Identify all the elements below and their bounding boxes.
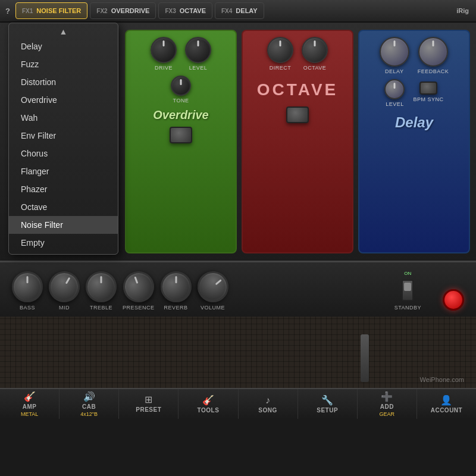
- dropdown-item-noise-filter[interactable]: Noise Filter: [9, 216, 118, 234]
- fx-bar: ? FX1 NOISE FILTER FX2 OVERDRIVE FX3 OCT…: [0, 0, 476, 23]
- bass-knob[interactable]: [12, 271, 43, 302]
- nav-tools[interactable]: 🎸 ToOLS: [178, 389, 238, 419]
- reverb-knob[interactable]: [161, 271, 192, 302]
- level-label: LEVEL: [189, 65, 208, 71]
- nav-song[interactable]: ♪ SONG: [239, 389, 298, 419]
- fx-slot-2[interactable]: FX2 OVERDRIVE: [90, 2, 156, 19]
- standby-toggle[interactable]: [402, 280, 414, 301]
- fx2-label: FX2: [96, 8, 107, 14]
- nav-cab[interactable]: 🔊 CAB 4x12"B: [60, 389, 119, 419]
- direct-label: DIRECT: [270, 65, 292, 71]
- direct-knob[interactable]: [267, 37, 293, 63]
- power-group: [443, 289, 464, 311]
- tone-knob-group: TONE: [171, 76, 191, 104]
- delay-level-group: LEVEL: [384, 79, 405, 107]
- fx4-name: DELAY: [236, 7, 257, 14]
- fx2-name: OVERDRIVE: [111, 7, 150, 14]
- dropdown-item-empty[interactable]: Empty: [9, 234, 118, 252]
- nav-preset[interactable]: ⊞ PRESET: [119, 389, 178, 419]
- dropdown-item-delay[interactable]: Delay: [9, 37, 118, 55]
- dropdown-item-wah[interactable]: Wah: [9, 109, 118, 127]
- fx1-label: FX1: [22, 8, 33, 14]
- octave-footswitch[interactable]: [286, 107, 309, 123]
- standby-on-label: ON: [404, 271, 411, 276]
- dropdown-item-phazer[interactable]: Phazer: [9, 180, 118, 198]
- song-icon: ♪: [265, 395, 270, 406]
- help-button[interactable]: ?: [2, 7, 13, 15]
- fx-slot-3[interactable]: FX3 OCTAVE: [158, 2, 212, 19]
- delay-top-knobs: DELAY FEEDBACK: [380, 37, 449, 74]
- mic-stand: [361, 334, 369, 382]
- drive-knob-group: DRIVE: [151, 37, 177, 71]
- bass-label: BASS: [20, 305, 35, 311]
- treble-group: TREBLE: [86, 271, 117, 311]
- bpm-sync-label: BPM SYNC: [413, 96, 443, 102]
- preset-nav-label: PRESET: [136, 406, 161, 413]
- octave-knob-group: OCTAVE: [302, 37, 328, 71]
- fx3-label: FX3: [165, 8, 176, 14]
- fx-slot-4[interactable]: FX4 DELAY: [215, 2, 264, 19]
- fx-slot-1[interactable]: FX1 NOISE FILTER: [15, 2, 87, 19]
- feedback-knob[interactable]: [418, 37, 448, 67]
- volume-label: VOLUME: [201, 305, 225, 311]
- dropdown-item-flanger[interactable]: Flanger: [9, 162, 118, 180]
- octave-knob[interactable]: [302, 37, 328, 63]
- pedal-delay: DELAY FEEDBACK LEVEL BPM SYNC Delay: [358, 30, 470, 253]
- overdrive-name: Overdrive: [153, 108, 208, 122]
- dropdown-item-octave[interactable]: Octave: [9, 198, 118, 216]
- fx3-name: OCTAVE: [180, 7, 206, 14]
- drive-label: DRIVE: [155, 65, 173, 71]
- bass-group: BASS: [12, 271, 43, 311]
- feedback-knob-group: FEEDBACK: [418, 37, 449, 74]
- level-knob[interactable]: [185, 37, 211, 63]
- dropdown-item-env-filter[interactable]: Env Filter: [9, 127, 118, 145]
- drive-knob[interactable]: [151, 37, 177, 63]
- power-button[interactable]: [443, 289, 464, 311]
- bpm-sync-switch[interactable]: [419, 82, 437, 95]
- nav-amp[interactable]: 🎸 AMP METAL: [0, 389, 60, 419]
- presence-label: PRESENCE: [123, 305, 155, 311]
- level-knob-group: LEVEL: [185, 37, 211, 71]
- cab-area: WeiPhone.com: [0, 317, 476, 388]
- mid-group: MID: [49, 271, 80, 311]
- standby-label: STANDBY: [394, 305, 421, 311]
- overdrive-top-knobs: DRIVE LEVEL: [151, 37, 211, 71]
- reverb-label: REVERB: [164, 305, 188, 311]
- standby-group: ON STANDBY: [394, 271, 421, 311]
- setup-icon: 🔧: [321, 394, 333, 406]
- watermark: WeiPhone.com: [420, 376, 464, 383]
- octave-large-text: OCTAVE: [257, 80, 339, 99]
- tools-icon: 🎸: [202, 394, 214, 406]
- amp-section: BASS MID TREBLE PRESENCE REVERB VOLUME O…: [0, 261, 476, 317]
- dropdown-item-chorus[interactable]: Chorus: [9, 145, 118, 162]
- amp-icon: 🎸: [24, 391, 36, 402]
- account-nav-label: ACCOUNT: [431, 407, 463, 414]
- dropdown-item-overdrive[interactable]: Overdrive: [9, 91, 118, 109]
- direct-knob-group: DIRECT: [267, 37, 293, 71]
- overdrive-footswitch[interactable]: [170, 127, 192, 143]
- song-nav-label: SONG: [258, 407, 277, 414]
- account-icon: 👤: [440, 394, 452, 406]
- mid-knob[interactable]: [43, 265, 85, 308]
- dropdown-item-fuzz[interactable]: Fuzz: [9, 55, 118, 73]
- reverb-group: REVERB: [161, 271, 192, 311]
- delay-level-knob[interactable]: [384, 79, 405, 99]
- treble-knob[interactable]: [86, 271, 117, 302]
- mid-label: MID: [59, 305, 70, 311]
- fx4-label: FX4: [221, 8, 232, 14]
- cab-nav-sublabel: 4x12"B: [80, 411, 98, 417]
- presence-knob[interactable]: [118, 267, 158, 307]
- volume-knob[interactable]: [191, 265, 234, 308]
- preset-icon: ⊞: [145, 394, 152, 405]
- fx-dropdown[interactable]: ▲ Delay Fuzz Distortion Overdrive Wah En…: [8, 23, 118, 255]
- bottom-nav: 🎸 AMP METAL 🔊 CAB 4x12"B ⊞ PRESET 🎸 ToOL…: [0, 388, 476, 419]
- tone-knob[interactable]: [171, 76, 191, 96]
- nav-account[interactable]: 👤 ACCOUNT: [417, 389, 476, 419]
- dropdown-item-distortion[interactable]: Distortion: [9, 73, 118, 91]
- nav-setup[interactable]: 🔧 SETUP: [298, 389, 358, 419]
- irig-label: iRig: [452, 7, 474, 14]
- delay-time-knob[interactable]: [380, 37, 409, 67]
- nav-add-gear[interactable]: ➕ ADD GEAR: [358, 389, 417, 419]
- delay-bottom-knobs: LEVEL BPM SYNC: [384, 79, 443, 107]
- fx1-name: NOISE FILTER: [36, 7, 81, 14]
